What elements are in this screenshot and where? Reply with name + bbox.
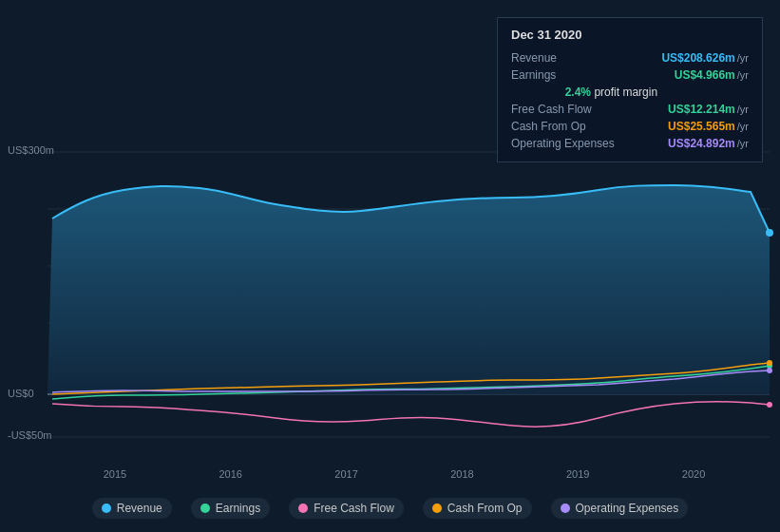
legend-revenue-label: Revenue — [117, 502, 162, 515]
x-label-2019: 2019 — [566, 468, 589, 480]
legend-cashop-dot — [432, 504, 442, 513]
tooltip-revenue-row: Revenue US$208.626m/yr — [511, 49, 749, 66]
legend-cashop[interactable]: Cash From Op — [423, 498, 532, 519]
y-label-neg50m: -US$50m — [8, 429, 51, 441]
svg-point-7 — [766, 229, 773, 237]
legend-opex[interactable]: Operating Expenses — [551, 498, 689, 519]
tooltip-fcf-row: Free Cash Flow US$12.214m/yr — [511, 101, 749, 118]
svg-point-11 — [767, 368, 772, 373]
x-label-2015: 2015 — [104, 468, 126, 480]
legend-cashop-label: Cash From Op — [447, 502, 523, 515]
tooltip-earnings-row: Earnings US$4.966m/yr — [511, 66, 749, 84]
legend-revenue-dot — [102, 504, 111, 513]
tooltip-cashop-label: Cash From Op — [511, 120, 625, 133]
tooltip-box: Dec 31 2020 Revenue US$208.626m/yr Earni… — [497, 17, 763, 162]
legend-earnings-label: Earnings — [216, 502, 260, 515]
x-label-2017: 2017 — [334, 468, 357, 480]
tooltip-cashop-row: Cash From Op US$25.565m/yr — [511, 118, 749, 135]
x-label-2016: 2016 — [219, 468, 242, 480]
tooltip-earnings-value: US$4.966m/yr — [675, 68, 749, 82]
tooltip-fcf-value: US$12.214m/yr — [668, 103, 749, 116]
x-axis-labels: 2015 2016 2017 2018 2019 2020 — [0, 468, 780, 480]
tooltip-title: Dec 31 2020 — [511, 28, 749, 42]
tooltip-opex-value: US$24.892m/yr — [668, 137, 749, 150]
tooltip-earnings-label: Earnings — [511, 68, 625, 82]
tooltip-opex-row: Operating Expenses US$24.892m/yr — [511, 135, 749, 152]
x-label-2020: 2020 — [682, 468, 705, 480]
legend-revenue[interactable]: Revenue — [92, 498, 172, 519]
tooltip-cashop-value: US$25.565m/yr — [668, 120, 749, 133]
chart-legend: Revenue Earnings Free Cash Flow Cash Fro… — [0, 498, 780, 519]
tooltip-fcf-label: Free Cash Flow — [511, 103, 625, 116]
legend-fcf-label: Free Cash Flow — [314, 502, 394, 515]
svg-point-10 — [767, 360, 772, 366]
tooltip-profit-margin: 2.4% profit margin — [511, 84, 749, 101]
tooltip-revenue-label: Revenue — [511, 51, 625, 65]
y-label-0: US$0 — [8, 388, 34, 399]
legend-opex-label: Operating Expenses — [576, 502, 679, 515]
y-label-300m: US$300m — [8, 144, 54, 156]
x-label-2018: 2018 — [450, 468, 473, 480]
legend-earnings-dot — [200, 504, 210, 513]
svg-point-9 — [767, 402, 772, 408]
legend-opex-dot — [561, 504, 570, 513]
legend-earnings[interactable]: Earnings — [191, 498, 270, 519]
chart-container: US$300m US$0 -US$50m 2015 2016 2017 2018… — [0, 0, 780, 532]
tooltip-opex-label: Operating Expenses — [511, 137, 625, 150]
legend-fcf-dot — [298, 504, 308, 513]
tooltip-revenue-value: US$208.626m/yr — [661, 51, 749, 65]
legend-fcf[interactable]: Free Cash Flow — [289, 498, 404, 519]
